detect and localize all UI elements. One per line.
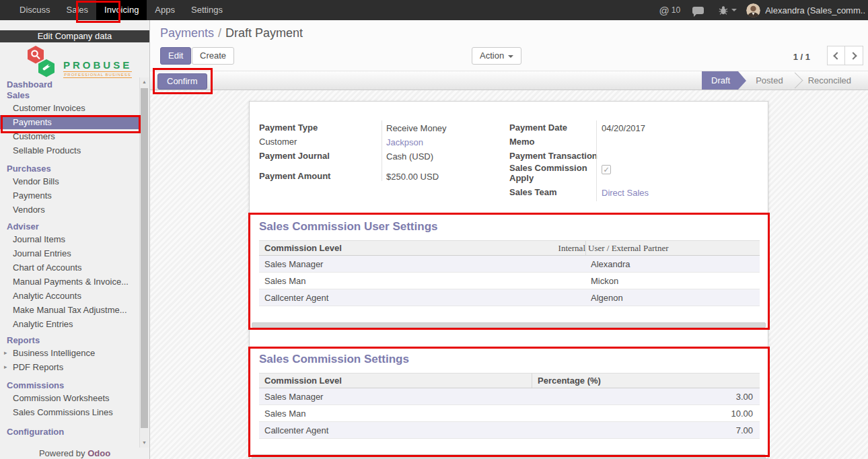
sidebar-item-dashboard[interactable]: Dashboard <box>0 79 139 90</box>
sidebar-item-manual-payments-invoices[interactable]: Manual Payments & Invoice... <box>0 275 139 289</box>
scroll-up-icon[interactable]: ▲ <box>140 77 149 87</box>
sidebar-item-customers[interactable]: Customers <box>0 129 139 143</box>
odoo-brand[interactable]: Odoo <box>87 448 110 458</box>
logo-name: PROBUSE <box>63 59 132 71</box>
scrollbar-thumb[interactable] <box>141 88 148 428</box>
sidebar-item-customer-invoices[interactable]: Customer Invoices <box>0 101 139 115</box>
pager-previous-button[interactable] <box>827 46 845 65</box>
sidebar-group-configuration[interactable]: Configuration <box>0 427 139 437</box>
sidebar-item-journal-entries[interactable]: Journal Entries <box>0 246 139 260</box>
sidebar-item-analytic-entries[interactable]: Analytic Entries <box>0 317 139 331</box>
column-commission-level[interactable]: Commission Level <box>264 376 342 386</box>
pager-next-button[interactable] <box>845 46 863 65</box>
expand-caret-icon[interactable]: ▸ <box>4 346 7 360</box>
sidebar-item-make-manual-tax-adjustment[interactable]: Make Manual Tax Adjustme... <box>0 303 139 317</box>
sidebar-item-chart-of-accounts[interactable]: Chart of Accounts <box>0 260 139 275</box>
sidebar-item-sales-commissions-lines[interactable]: Sales Commissions Lines <box>0 405 139 419</box>
sidebar-item-payments[interactable]: Payments <box>0 115 139 129</box>
user-menu[interactable]: Alexandra (Sales_comm.. <box>765 5 865 15</box>
sidebar-scrollbar[interactable]: ▲ ▼ <box>139 77 149 448</box>
confirm-button[interactable]: Confirm <box>157 73 207 90</box>
menu-apps[interactable]: Apps <box>147 0 183 20</box>
mentions-counter[interactable]: @ 10 <box>659 5 681 16</box>
action-dropdown-button[interactable]: Action <box>472 47 521 65</box>
percentage-cell: 3.00 <box>532 392 760 402</box>
table-row[interactable]: Sales Manager Alexandra <box>259 256 760 273</box>
user-avatar[interactable] <box>746 3 760 17</box>
table-horizontal-scrollbar[interactable] <box>252 322 766 328</box>
sidebar-item-vendor-bills[interactable]: Vendor Bills <box>0 174 139 188</box>
statusbar: Confirm Draft Posted Reconciled <box>150 71 868 90</box>
main-panel: Payments/Draft Payment Edit Create Actio… <box>150 20 868 459</box>
sidebar-group-purchases[interactable]: Purchases <box>0 164 139 174</box>
sidebar-group-adviser[interactable]: Adviser <box>0 221 139 232</box>
payment-form-sheet: Payment Type Receive Money Customer Jack… <box>249 101 768 459</box>
sidebar-group-reports[interactable]: Reports <box>0 335 139 346</box>
top-navigation-bar: Discuss Sales Invoicing Apps Settings @ … <box>0 0 868 20</box>
payment-amount-label: Payment Amount <box>259 171 330 181</box>
sidebar-menu: Dashboard Sales Customer Invoices Paymen… <box>0 79 139 437</box>
scroll-down-icon[interactable]: ▼ <box>140 438 149 448</box>
sidebar-item-vendor-payments[interactable]: Payments <box>0 188 139 203</box>
messages-icon[interactable] <box>692 7 704 14</box>
commission-level-cell: Sales Man <box>259 276 585 286</box>
edit-company-data-button[interactable]: Edit Company data <box>0 30 149 42</box>
breadcrumb: Payments/Draft Payment <box>160 26 303 40</box>
payment-type-label: Payment Type <box>259 122 318 133</box>
menu-discuss[interactable]: Discuss <box>11 0 59 20</box>
sidebar-item-commission-worksheets[interactable]: Commission Worksheets <box>0 391 139 405</box>
column-percentage[interactable]: Percentage (%) <box>538 376 601 386</box>
table-row[interactable]: Callcenter Agent Algenon <box>259 289 760 306</box>
commission-level-cell: Sales Man <box>259 409 532 419</box>
debug-menu[interactable] <box>719 5 737 15</box>
sales-commission-apply-label: Sales Commission Apply <box>509 163 597 183</box>
powered-by-odoo: Powered by Odoo <box>0 448 149 458</box>
table-header-row: Commission Level Internal User / Externa… <box>259 240 760 256</box>
payment-amount-value: $250.00 USD <box>386 172 439 182</box>
menu-settings[interactable]: Settings <box>183 0 231 20</box>
expand-caret-icon[interactable]: ▸ <box>4 360 7 374</box>
edit-button[interactable]: Edit <box>160 47 191 65</box>
status-step-reconciled[interactable]: Reconciled <box>796 71 863 90</box>
customer-value-link[interactable]: Jackpson <box>386 137 423 147</box>
sidebar-item-pdf-reports[interactable]: ▸ PDF Reports <box>0 360 139 374</box>
column-user-external-partner[interactable]: User / External Partner <box>588 243 668 254</box>
payment-date-value: 04/20/2017 <box>602 123 645 133</box>
chevron-right-icon <box>849 52 857 59</box>
bug-icon <box>719 5 728 15</box>
sidebar-item-label: PDF Reports <box>13 362 63 372</box>
pager <box>827 46 863 65</box>
debug-caret-icon <box>731 9 737 11</box>
sidebar-item-sellable-products[interactable]: Sellable Products <box>0 143 139 157</box>
company-logo: PROBUSE PROFESSIONAL BUSINESS <box>26 44 133 79</box>
payment-date-label: Payment Date <box>509 122 567 133</box>
sidebar-group-sales[interactable]: Sales <box>0 90 139 101</box>
table-row[interactable]: Sales Man 10.00 <box>259 405 760 422</box>
logo-tagline: PROFESSIONAL BUSINESS <box>63 71 132 78</box>
sidebar-item-vendors[interactable]: Vendors <box>0 203 139 217</box>
column-internal[interactable]: Internal <box>558 243 585 254</box>
create-button[interactable]: Create <box>192 47 234 65</box>
powered-by-text: Powered by <box>39 448 87 458</box>
menu-invoicing[interactable]: Invoicing <box>96 0 147 20</box>
payment-journal-value: Cash (USD) <box>386 151 433 162</box>
column-commission-level[interactable]: Commission Level <box>264 243 342 253</box>
sales-team-value-link[interactable]: Direct Sales <box>602 188 649 198</box>
table-row[interactable]: Sales Manager 3.00 <box>259 388 760 405</box>
table-row[interactable]: Callcenter Agent 7.00 <box>259 422 760 439</box>
menu-sales[interactable]: Sales <box>59 0 97 20</box>
sidebar-item-journal-items[interactable]: Journal Items <box>0 232 139 246</box>
sidebar-group-commissions[interactable]: Commissions <box>0 380 139 391</box>
sales-commission-apply-checkbox[interactable]: ✓ <box>602 165 611 174</box>
sidebar-item-analytic-accounts[interactable]: Analytic Accounts <box>0 289 139 303</box>
sales-team-label: Sales Team <box>509 187 557 197</box>
sidebar-item-business-intelligence[interactable]: ▸ Business Intelligence <box>0 346 139 360</box>
commission-settings-table: Commission Level Percentage (%) Sales Ma… <box>259 373 760 439</box>
breadcrumb-payments-link[interactable]: Payments <box>160 26 214 40</box>
avatar-image <box>746 3 760 17</box>
table-horizontal-scrollbar[interactable] <box>252 454 766 459</box>
percentage-cell: 7.00 <box>532 425 760 435</box>
commission-level-cell: Sales Manager <box>259 392 532 402</box>
table-row[interactable]: Sales Man Mickon <box>259 273 760 289</box>
status-step-draft: Draft <box>702 71 738 90</box>
